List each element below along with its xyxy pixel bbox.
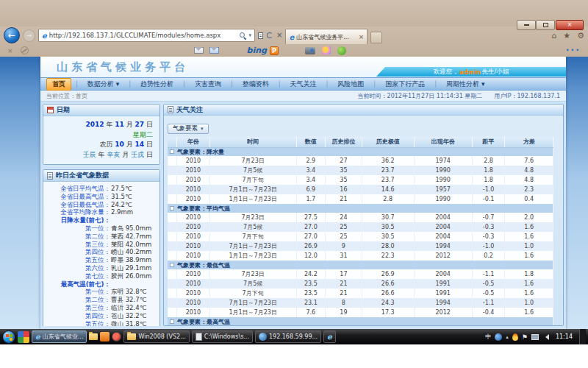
date-panel-header: 日期 (43, 105, 159, 116)
url-field[interactable]: e http://192.168.137.1/GLCCLIMATE/module… (38, 29, 255, 42)
column-header[interactable]: 历史排位 (326, 137, 362, 147)
element-dropdown-button[interactable]: 气象要素 ▾ (168, 124, 209, 134)
blocked-icon[interactable] (21, 46, 29, 54)
browser-tab[interactable]: e 山东省气候业务平... × (285, 29, 368, 44)
compatibility-icon[interactable] (258, 32, 263, 39)
column-header[interactable]: 出现年份 (414, 137, 472, 147)
close-toolbar-icon[interactable]: × (7, 47, 13, 54)
more-options-icon[interactable]: ••• (566, 47, 581, 54)
pinned-orange-app-icon[interactable] (100, 332, 110, 342)
group-checkbox[interactable] (170, 319, 174, 324)
row-checkbox-cell (168, 279, 177, 289)
flame-tray-icon[interactable] (512, 333, 518, 341)
column-header[interactable]: 方差 (505, 137, 553, 147)
table-row[interactable]: 20107月5候23.52126.61991-0.51.6 (168, 279, 553, 289)
refresh-icon[interactable] (267, 32, 273, 38)
group-row[interactable]: 气象要素：最低气温 (168, 261, 553, 269)
page-background: 山东省气候业务平台 欢迎您，admin 先生/小姐 首页│数据分析 ▾│趋势性分… (0, 57, 588, 329)
url-dropdown-icon[interactable]: ▾ (248, 32, 251, 38)
send-mail-icon[interactable] (209, 47, 219, 54)
table-row[interactable]: 20107月1日～7月23日6.91614.61957-1.02.3 (168, 185, 553, 194)
forward-button[interactable]: → (23, 29, 35, 42)
column-header[interactable]: 距平 (472, 137, 505, 147)
table-row[interactable]: 20107月下旬27.02530.52004-0.31.6 (168, 232, 553, 241)
table-row[interactable]: 20107月下旬23.52126.61991-0.51.6 (168, 289, 553, 298)
action-center-icon[interactable]: ⚑ (522, 333, 528, 341)
table-row[interactable]: 20107月1日～7月23日23.1824.31994-1.11.0 (168, 298, 553, 308)
table-row[interactable]: 20101月1日～7月23日12.03122.320120.21.6 (168, 251, 553, 261)
start-button[interactable] (2, 330, 15, 344)
mail-icon[interactable] (194, 47, 204, 54)
group-checkbox[interactable] (170, 263, 174, 267)
table-cell: 2010 (177, 298, 210, 308)
table-row[interactable]: 20107月下旬3.43523.719901.84.8 (168, 175, 553, 185)
table-cell: 23.5 (296, 289, 325, 298)
taskbar-window-3[interactable]: 192.168.59.99... (255, 330, 321, 343)
group-row[interactable]: 气象要素：降水量 (168, 147, 553, 156)
taskbar-window-active[interactable]: e 山东省气候业... (32, 330, 87, 343)
column-header[interactable]: 数值 (296, 137, 325, 147)
new-tab-button[interactable] (370, 32, 382, 43)
province-stat: 全省日最低气温：24.2℃ (46, 201, 157, 209)
table-cell: 1.8 (472, 175, 505, 185)
stop-icon[interactable]: × (276, 32, 282, 39)
show-hidden-icons[interactable]: ▴ (506, 334, 509, 340)
home-icon[interactable]: ⌂ (551, 31, 556, 40)
weather-focus-body: 气象要素 ▾ 年份时间数值历史排位历史极值出现年份距平方差气象要素：降水量201… (164, 116, 563, 325)
network-globe-icon[interactable] (495, 333, 502, 341)
rank-value: 乳山 29.1mm (110, 264, 151, 272)
table-row[interactable]: 20101月1日～7月23日1.7212.81990-0.10.4 (168, 194, 553, 204)
group-row[interactable]: 气象要素：最高气温 (168, 317, 553, 325)
command-bar-icons (194, 47, 219, 54)
taskbar-window-1[interactable]: Win2008 (VS2... (123, 330, 189, 343)
orange-tile-icon[interactable]: P (270, 46, 279, 55)
table-cell: 2004 (414, 222, 472, 232)
group-checkbox[interactable] (170, 206, 174, 210)
settings-gear-icon[interactable]: ⚙ (577, 31, 584, 40)
table-row[interactable]: 20101月1日～7月23日7.61917.32012-0.41.6 (168, 308, 553, 317)
show-desktop-button[interactable] (579, 329, 586, 344)
nav-item-3[interactable]: 趋势性分析 (135, 79, 179, 90)
nav-item-8[interactable]: 国家下行产品 (380, 79, 430, 90)
column-header[interactable]: 时间 (209, 137, 296, 147)
taskbar-clock[interactable]: 11:14 (553, 333, 576, 340)
table-row[interactable]: 20107月1日～7月23日26.9928.01994-1.01.0 (168, 241, 553, 251)
taskbar-window-ie2[interactable]: e (323, 330, 336, 343)
effects-addon-icon[interactable] (322, 46, 331, 54)
taskbar-window-2[interactable]: C:\Windows\s... (192, 330, 253, 343)
table-cell: 1974 (414, 156, 472, 166)
search-icon[interactable] (240, 32, 246, 39)
nav-item-4[interactable]: 灾害查询 (190, 79, 226, 90)
network-icon[interactable] (531, 334, 539, 340)
table-row[interactable]: 20107月23日2.92736.219742.87.6 (168, 156, 553, 166)
nav-item-5[interactable]: 整编资料 (237, 79, 274, 90)
table-row[interactable]: 20107月23日27.52430.72004-0.72.0 (168, 213, 553, 222)
camera-addon-icon[interactable] (305, 47, 315, 54)
group-checkbox[interactable] (170, 149, 174, 154)
pinned-media-app-icon[interactable] (112, 332, 121, 342)
explorer-icon[interactable] (89, 333, 98, 340)
table-row[interactable]: 20107月23日24.21726.92004-1.11.8 (168, 269, 553, 279)
url-text[interactable]: http://192.168.137.1/GLCCLIMATE/modules/… (49, 32, 238, 39)
stat-value: 27.5℃ (110, 185, 132, 193)
messenger-addon-icon[interactable] (337, 46, 346, 55)
ime-indicator[interactable]: 中 (485, 333, 491, 341)
column-header[interactable]: 年份 (177, 137, 210, 147)
volume-icon[interactable] (542, 334, 549, 340)
nav-item-9[interactable]: 周期性分析 ▾ (441, 79, 490, 90)
nav-item-7[interactable]: 风险地图 (332, 79, 369, 90)
date-panel-body: 2012 年 11 月 27 日星期二农历 10 月 14 日壬辰 年 辛亥 月… (43, 116, 159, 164)
group-row[interactable]: 气象要素：平均气温 (168, 204, 553, 213)
pinned-app-icon[interactable] (18, 331, 29, 343)
nav-item-1[interactable]: 首页 (46, 78, 71, 91)
bing-logo: bing P (247, 46, 279, 55)
bing-text[interactable]: bing (247, 46, 267, 55)
nav-item-6[interactable]: 天气关注 (285, 79, 322, 90)
tab-close-icon[interactable]: × (359, 33, 365, 40)
column-header[interactable]: 历史极值 (362, 137, 414, 147)
back-button[interactable]: ← (4, 27, 20, 43)
nav-item-2[interactable]: 数据分析 ▾ (82, 79, 124, 90)
table-row[interactable]: 20107月5候3.43523.719901.84.8 (168, 166, 553, 175)
favorites-star-icon[interactable]: ★ (563, 31, 570, 40)
table-row[interactable]: 20107月5候27.02530.52004-0.31.6 (168, 222, 553, 232)
